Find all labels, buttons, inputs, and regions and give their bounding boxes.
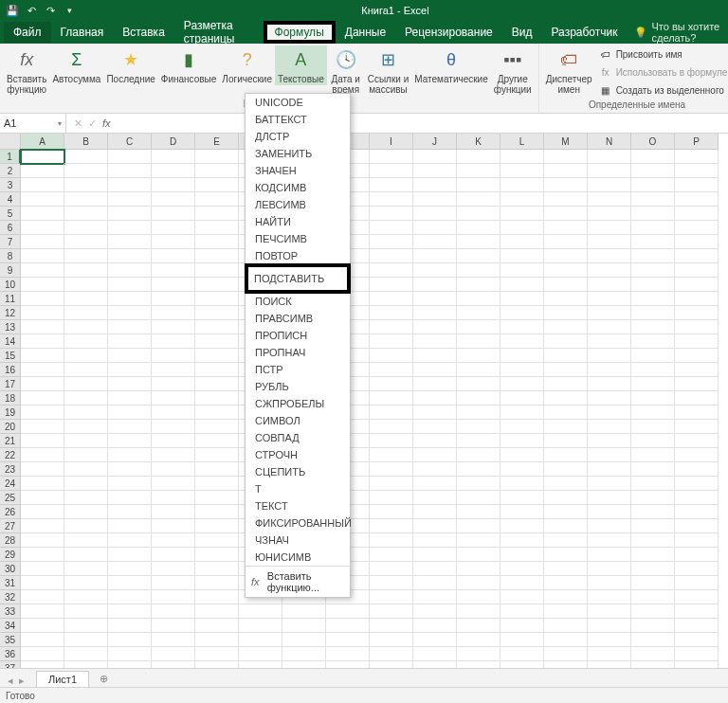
col-header-O[interactable]: O xyxy=(631,134,675,150)
tab-developer[interactable]: Разработчик xyxy=(542,22,628,43)
cell-C20[interactable] xyxy=(108,420,152,434)
cell-I24[interactable] xyxy=(370,477,413,491)
row-header-33[interactable]: 33 xyxy=(0,604,21,619)
cell-B19[interactable] xyxy=(64,406,108,420)
cell-J34[interactable] xyxy=(413,619,457,633)
lookup-button[interactable]: ⊞ Ссылки и массивы xyxy=(365,45,412,96)
cell-N24[interactable] xyxy=(588,477,631,491)
cell-N20[interactable] xyxy=(588,420,631,434)
cell-A17[interactable] xyxy=(21,377,64,391)
cell-E20[interactable] xyxy=(195,420,239,434)
cell-N29[interactable] xyxy=(588,548,631,562)
cell-A7[interactable] xyxy=(21,235,64,249)
cell-I6[interactable] xyxy=(370,221,413,235)
cell-M15[interactable] xyxy=(544,349,588,363)
cell-N26[interactable] xyxy=(588,505,631,519)
cell-J9[interactable] xyxy=(413,263,457,278)
cell-I14[interactable] xyxy=(370,334,413,349)
cell-D29[interactable] xyxy=(152,548,195,562)
col-header-D[interactable]: D xyxy=(152,134,195,150)
cell-I13[interactable] xyxy=(370,320,413,334)
cell-N32[interactable] xyxy=(588,590,631,604)
row-header-21[interactable]: 21 xyxy=(0,434,21,448)
cell-A27[interactable] xyxy=(21,519,64,533)
row-header-25[interactable]: 25 xyxy=(0,491,21,505)
cell-C9[interactable] xyxy=(108,263,152,278)
cell-L18[interactable] xyxy=(500,391,544,406)
cell-G34[interactable] xyxy=(282,619,326,633)
cell-P6[interactable] xyxy=(675,221,719,235)
cell-B9[interactable] xyxy=(64,263,108,278)
math-button[interactable]: θ Математические xyxy=(411,45,491,85)
cell-C11[interactable] xyxy=(108,292,152,306)
cell-B30[interactable] xyxy=(64,562,108,576)
cell-A26[interactable] xyxy=(21,505,64,519)
cell-A36[interactable] xyxy=(21,647,64,661)
cell-J26[interactable] xyxy=(413,505,457,519)
cell-B1[interactable] xyxy=(64,150,108,164)
cell-K9[interactable] xyxy=(457,263,500,278)
cell-P11[interactable] xyxy=(675,292,719,306)
cell-D27[interactable] xyxy=(152,519,195,533)
cell-I36[interactable] xyxy=(370,647,413,661)
cell-N8[interactable] xyxy=(588,249,631,263)
assign-name-button[interactable]: 🏷Присвоить имя xyxy=(595,45,728,63)
cell-D8[interactable] xyxy=(152,249,195,263)
add-sheet-button[interactable]: ⊕ xyxy=(95,670,112,687)
cell-P1[interactable] xyxy=(675,150,719,164)
undo-icon[interactable]: ↶ xyxy=(23,2,40,19)
cell-H35[interactable] xyxy=(326,633,370,647)
cell-O14[interactable] xyxy=(631,334,675,349)
function-item-ПРОПИСН[interactable]: ПРОПИСН xyxy=(246,327,350,344)
cell-P33[interactable] xyxy=(675,604,719,619)
cell-C25[interactable] xyxy=(108,491,152,505)
cell-E15[interactable] xyxy=(195,349,239,363)
row-header-11[interactable]: 11 xyxy=(0,292,21,306)
cell-C23[interactable] xyxy=(108,462,152,477)
insert-function-menu-item[interactable]: fx Вставить функцию... xyxy=(246,566,350,597)
cell-B5[interactable] xyxy=(64,207,108,221)
cell-D19[interactable] xyxy=(152,406,195,420)
cell-I35[interactable] xyxy=(370,633,413,647)
cell-E4[interactable] xyxy=(195,192,239,207)
cell-D31[interactable] xyxy=(152,576,195,590)
cell-C12[interactable] xyxy=(108,306,152,320)
cell-A3[interactable] xyxy=(21,178,64,192)
cell-D26[interactable] xyxy=(152,505,195,519)
cell-J31[interactable] xyxy=(413,576,457,590)
function-item-ЗАМЕНИТЬ[interactable]: ЗАМЕНИТЬ xyxy=(246,145,350,162)
cell-H34[interactable] xyxy=(326,619,370,633)
cell-P27[interactable] xyxy=(675,519,719,533)
cell-D3[interactable] xyxy=(152,178,195,192)
cell-J6[interactable] xyxy=(413,221,457,235)
cell-B16[interactable] xyxy=(64,363,108,377)
row-header-23[interactable]: 23 xyxy=(0,462,21,477)
function-item-ЗНАЧЕН[interactable]: ЗНАЧЕН xyxy=(246,162,350,179)
row-header-20[interactable]: 20 xyxy=(0,420,21,434)
cell-G33[interactable] xyxy=(282,604,326,619)
cell-N18[interactable] xyxy=(588,391,631,406)
cell-G35[interactable] xyxy=(282,633,326,647)
cell-L33[interactable] xyxy=(500,604,544,619)
cell-P25[interactable] xyxy=(675,491,719,505)
cell-A28[interactable] xyxy=(21,533,64,548)
row-header-4[interactable]: 4 xyxy=(0,192,21,207)
cell-D18[interactable] xyxy=(152,391,195,406)
cell-N19[interactable] xyxy=(588,406,631,420)
cell-D16[interactable] xyxy=(152,363,195,377)
cell-N13[interactable] xyxy=(588,320,631,334)
cell-K22[interactable] xyxy=(457,448,500,462)
cell-J13[interactable] xyxy=(413,320,457,334)
cell-B17[interactable] xyxy=(64,377,108,391)
cell-N12[interactable] xyxy=(588,306,631,320)
cell-A32[interactable] xyxy=(21,590,64,604)
cell-J32[interactable] xyxy=(413,590,457,604)
function-item-ПОДСТАВИТЬ[interactable]: ПОДСТАВИТЬ xyxy=(245,263,351,294)
row-header-3[interactable]: 3 xyxy=(0,178,21,192)
row-header-15[interactable]: 15 xyxy=(0,349,21,363)
function-item-КОДСИМВ[interactable]: КОДСИМВ xyxy=(246,179,350,196)
cell-C13[interactable] xyxy=(108,320,152,334)
cell-E34[interactable] xyxy=(195,619,239,633)
cell-L34[interactable] xyxy=(500,619,544,633)
cell-H33[interactable] xyxy=(326,604,370,619)
